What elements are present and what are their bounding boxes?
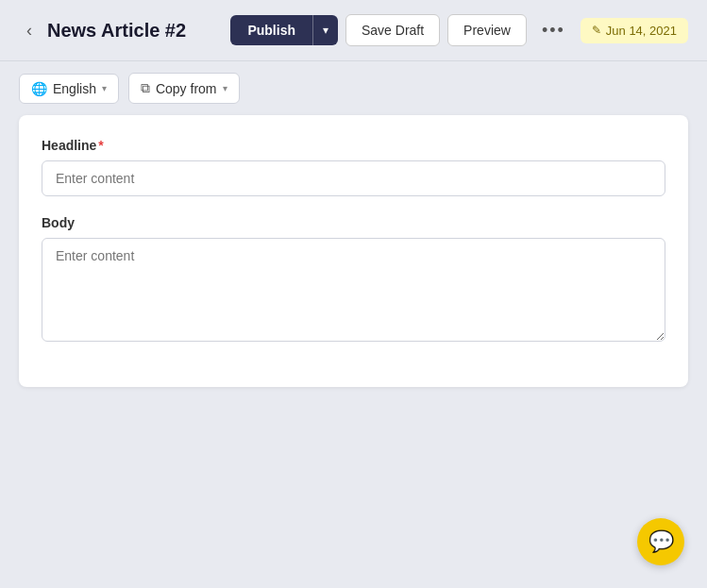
save-draft-button[interactable]: Save Draft bbox=[345, 14, 440, 46]
copy-from-chevron-icon: ▾ bbox=[223, 83, 227, 93]
header-actions: Publish ▾ Save Draft Preview ••• ✎ Jun 1… bbox=[230, 14, 688, 46]
language-button[interactable]: 🌐 English ▾ bbox=[19, 74, 119, 104]
page-title: News Article #2 bbox=[47, 20, 230, 42]
headline-label: Headline* bbox=[42, 138, 665, 153]
publish-btn-group: Publish ▾ bbox=[230, 15, 338, 45]
headline-required: * bbox=[98, 138, 103, 153]
copy-from-button[interactable]: ⧉ Copy from ▾ bbox=[128, 73, 240, 104]
preview-button[interactable]: Preview bbox=[447, 14, 527, 46]
back-button[interactable]: ‹ bbox=[19, 17, 40, 44]
chat-widget[interactable]: 💬 bbox=[637, 518, 684, 565]
language-chevron-icon: ▾ bbox=[102, 83, 107, 93]
content-card: Headline* Body bbox=[19, 115, 688, 387]
chat-icon: 💬 bbox=[648, 529, 674, 554]
headline-input[interactable] bbox=[42, 160, 665, 196]
body-field-group: Body bbox=[42, 215, 665, 345]
globe-icon: 🌐 bbox=[31, 81, 47, 96]
main-content: Headline* Body bbox=[0, 115, 707, 387]
copy-from-label: Copy from bbox=[156, 81, 217, 96]
language-label: English bbox=[53, 81, 96, 96]
header: ‹ News Article #2 Publish ▾ Save Draft P… bbox=[0, 0, 707, 61]
date-label: Jun 14, 2021 bbox=[606, 24, 677, 38]
headline-field-group: Headline* bbox=[42, 138, 665, 196]
body-label: Body bbox=[42, 215, 665, 230]
body-textarea[interactable] bbox=[42, 238, 665, 342]
publish-button[interactable]: Publish bbox=[230, 15, 312, 45]
more-icon: ••• bbox=[542, 21, 565, 40]
pencil-icon: ✎ bbox=[592, 24, 601, 37]
date-badge: ✎ Jun 14, 2021 bbox=[581, 18, 688, 43]
publish-dropdown-icon: ▾ bbox=[323, 24, 328, 37]
copy-icon: ⧉ bbox=[141, 80, 150, 96]
publish-dropdown-button[interactable]: ▾ bbox=[312, 15, 338, 45]
more-button[interactable]: ••• bbox=[534, 17, 573, 44]
toolbar: 🌐 English ▾ ⧉ Copy from ▾ bbox=[0, 61, 707, 115]
back-icon: ‹ bbox=[26, 21, 32, 40]
